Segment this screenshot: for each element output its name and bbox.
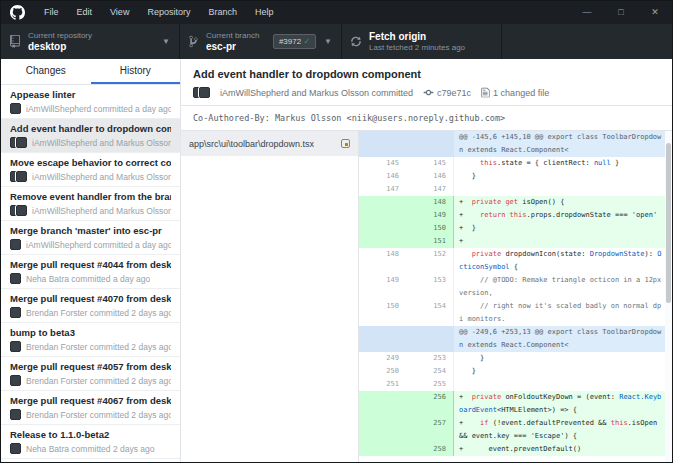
commit-item-avatars xyxy=(10,273,21,284)
menu-file[interactable]: File xyxy=(35,1,68,24)
diff-old-line-number xyxy=(359,326,406,352)
commit-item-meta: iAmWillShepherd and Markus Olsson co… xyxy=(10,171,171,182)
diff-row[interactable]: 249253 } xyxy=(359,352,665,365)
diff-row[interactable]: 147147 xyxy=(359,183,665,196)
diff-new-line-number: 151 xyxy=(406,235,453,248)
diff-row[interactable]: 151+ xyxy=(359,235,665,248)
diff-old-line-number xyxy=(359,209,406,222)
check-icon: ✓ xyxy=(303,37,310,46)
fetch-origin-button[interactable]: Fetch origin Last fetched 2 minutes ago xyxy=(342,24,502,59)
commit-item-meta: Brendan Forster committed 2 days ago xyxy=(10,307,171,318)
scrollbar-thumb[interactable] xyxy=(666,143,671,303)
modified-file-icon xyxy=(341,139,350,148)
sidebar: ChangesHistory Appease linteriAmWillShep… xyxy=(1,59,181,462)
diff-old-line-number: 148 xyxy=(359,248,406,274)
repository-dropdown[interactable]: Current repository desktop ▼ xyxy=(1,24,180,59)
diff-new-line-number: 256 xyxy=(406,391,453,417)
diff-code-line: + } xyxy=(453,222,665,235)
diff-row[interactable]: 149153 // @TODO: Remake triangle octicon… xyxy=(359,274,665,300)
diff-new-line-number: 153 xyxy=(406,274,453,300)
diff-row[interactable]: 150+ } xyxy=(359,222,665,235)
diff-new-line-number: 254 xyxy=(406,365,453,378)
commit-list-item[interactable]: Move escape behavior to correct compo…iA… xyxy=(1,153,180,187)
commit-list-item[interactable]: Merge branch 'master' into esc-priAmWill… xyxy=(1,221,180,255)
commit-item-title: Merge pull request #4044 from desktop/… xyxy=(10,259,171,270)
commit-item-avatars xyxy=(10,239,21,250)
diff-row[interactable]: 145145 this.state = { clientRect: null } xyxy=(359,157,665,170)
avatar xyxy=(10,239,21,250)
commit-item-byline: Brendan Forster committed 2 days ago xyxy=(26,308,171,318)
menu-view[interactable]: View xyxy=(101,1,138,24)
commit-item-title: Remove event handler from the branches… xyxy=(10,191,171,202)
menu-branch[interactable]: Branch xyxy=(199,1,246,24)
diff-old-line-number: 249 xyxy=(359,352,406,365)
commit-list-item[interactable]: Merge pull request #4057 from desktop/…B… xyxy=(1,357,180,391)
commit-item-avatars xyxy=(10,409,21,420)
avatar xyxy=(10,341,21,352)
diff-row[interactable]: 150154 // right now it's scaled badly on… xyxy=(359,300,665,326)
diff-code-line: + if (!event.defaultPrevented && this.is… xyxy=(453,417,665,443)
commit-list-item[interactable]: Merge pull request #4044 from desktop/…N… xyxy=(1,255,180,289)
repo-label: Current repository xyxy=(28,31,154,41)
diff-row[interactable]: 258+ event.preventDefault() xyxy=(359,443,665,456)
titlebar: FileEditViewRepositoryBranchHelp — □ ✕ xyxy=(1,1,672,24)
commit-item-byline: iAmWillShepherd and Markus Olsson co… xyxy=(32,172,171,182)
diff-rows: @@ -145,6 +145,10 @@ export class Toolba… xyxy=(359,131,665,456)
commit-list-item[interactable]: Appease linteriAmWillShepherd committed … xyxy=(1,85,180,119)
commit-item-title: Merge pull request #4070 from desktop/… xyxy=(10,293,171,304)
diff-scrollbar[interactable] xyxy=(665,131,672,462)
commit-list-item[interactable]: Merge pull request #4070 from desktop/…B… xyxy=(1,289,180,323)
diff-row[interactable]: 251255 xyxy=(359,378,665,391)
commit-item-meta: iAmWillShepherd and Markus Olsson co… xyxy=(10,137,171,148)
commit-sha[interactable]: c79e71c xyxy=(437,88,471,98)
diff-old-line-number xyxy=(359,417,406,443)
file-list-item[interactable]: app\src\ui\toolbar\dropdown.tsx xyxy=(181,131,358,156)
diff-new-line-number xyxy=(406,326,453,352)
diff-row[interactable]: 149+ return this.props.dropdownState ===… xyxy=(359,209,665,222)
diff-code-line: + xyxy=(453,235,665,248)
diff-code-line: @@ -145,6 +145,10 @@ export class Toolba… xyxy=(453,131,665,157)
github-logo-icon xyxy=(10,5,25,20)
diff-row[interactable]: 250254 } xyxy=(359,365,665,378)
menu-edit[interactable]: Edit xyxy=(68,1,102,24)
diff-old-line-number: 147 xyxy=(359,183,406,196)
diff-old-line-number xyxy=(359,131,406,157)
close-button[interactable]: ✕ xyxy=(638,1,672,24)
menu-help[interactable]: Help xyxy=(246,1,283,24)
diff-old-line-number: 145 xyxy=(359,157,406,170)
commit-list-item[interactable]: bump to beta3Brendan Forster committed 2… xyxy=(1,323,180,357)
maximize-button[interactable]: □ xyxy=(604,1,638,24)
chevron-down-icon: ▼ xyxy=(324,37,332,46)
diff-row[interactable]: 256+ private onFoldoutKeyDown = (event: … xyxy=(359,391,665,417)
avatar xyxy=(10,409,21,420)
commit-list-item[interactable]: Release to 1.1.0-beta2Neha Batra committ… xyxy=(1,425,180,459)
diff-row[interactable]: @@ -145,6 +145,10 @@ export class Toolba… xyxy=(359,131,665,157)
diff-code-line: private dropdownIcon(state: DropdownStat… xyxy=(453,248,665,274)
commit-item-avatars xyxy=(10,375,21,386)
diff-row[interactable]: @@ -249,6 +253,13 @@ export class Toolba… xyxy=(359,326,665,352)
tab-changes[interactable]: Changes xyxy=(1,59,91,84)
commit-list-item[interactable]: Remove event handler from the branches…i… xyxy=(1,187,180,221)
commit-list-item[interactable]: Merge pull request #4067 from desktop/…B… xyxy=(1,391,180,425)
diff-new-line-number: 150 xyxy=(406,222,453,235)
commit-list-item[interactable]: Add event handler to dropdown compon…iAm… xyxy=(1,119,180,153)
branch-dropdown[interactable]: Current branch esc-pr #3972 ✓ ▼ xyxy=(180,24,342,59)
diff-old-line-number: 149 xyxy=(359,274,406,300)
diff-row[interactable]: 257+ if (!event.defaultPrevented && this… xyxy=(359,417,665,443)
commit-item-avatars xyxy=(10,341,21,352)
diff-row[interactable]: 148152 private dropdownIcon(state: Dropd… xyxy=(359,248,665,274)
diff-row[interactable]: 146146 } xyxy=(359,170,665,183)
diff-code-line: @@ -249,6 +253,13 @@ export class Toolba… xyxy=(453,326,665,352)
minimize-button[interactable]: — xyxy=(570,1,604,24)
diff-row[interactable]: 148+ private get isOpen() { xyxy=(359,196,665,209)
tab-history[interactable]: History xyxy=(91,59,181,84)
commit-item-avatars xyxy=(10,307,21,318)
diff-new-line-number: 257 xyxy=(406,417,453,443)
diff-old-line-number xyxy=(359,222,406,235)
diff-new-line-number: 258 xyxy=(406,443,453,456)
pr-badge[interactable]: #3972 ✓ xyxy=(273,34,316,49)
repo-name: desktop xyxy=(28,41,154,53)
commit-item-meta: iAmWillShepherd committed a day ago xyxy=(10,239,171,250)
files-changed-count: 1 changed file xyxy=(493,88,549,98)
menu-repository[interactable]: Repository xyxy=(138,1,199,24)
